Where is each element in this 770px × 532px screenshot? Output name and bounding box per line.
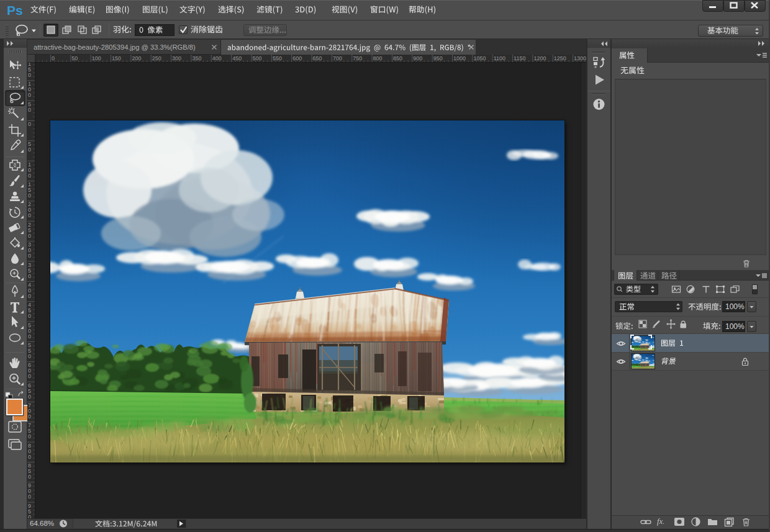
svg-text:1200: 1200	[533, 55, 546, 61]
svg-text:0: 0	[28, 313, 31, 319]
svg-text:350: 350	[192, 55, 201, 61]
svg-text:0: 0	[28, 333, 31, 340]
svg-text:0: 0	[28, 433, 31, 440]
svg-text:200: 200	[132, 55, 141, 61]
svg-text:0: 0	[28, 353, 31, 359]
svg-text:0: 0	[28, 192, 31, 199]
svg-text:500: 500	[253, 55, 262, 61]
svg-text:0: 0	[28, 273, 31, 279]
svg-text:0: 0	[28, 494, 31, 500]
svg-text:0: 0	[28, 293, 31, 299]
svg-text:1300: 1300	[574, 55, 586, 61]
svg-text:0: 0	[28, 107, 31, 113]
svg-text:650: 650	[313, 55, 322, 61]
svg-text:50: 50	[71, 55, 78, 61]
svg-text:0: 0	[28, 253, 31, 259]
svg-text:300: 300	[172, 55, 181, 61]
svg-text:550: 550	[273, 55, 282, 61]
svg-text:150: 150	[112, 55, 121, 61]
svg-text:0: 0	[28, 92, 31, 98]
svg-text:1050: 1050	[473, 55, 486, 61]
svg-text:0: 0	[28, 474, 31, 480]
svg-text:250: 250	[152, 55, 161, 61]
svg-text:0: 0	[28, 212, 31, 219]
svg-text:750: 750	[353, 55, 362, 61]
svg-text:0: 0	[28, 173, 31, 179]
svg-text:700: 700	[333, 55, 342, 61]
svg-text:850: 850	[393, 55, 402, 61]
svg-text:100: 100	[92, 55, 101, 61]
svg-text:0: 0	[28, 373, 31, 379]
svg-text:0: 0	[52, 55, 55, 61]
svg-text:800: 800	[373, 55, 383, 61]
svg-text:900: 900	[413, 55, 422, 61]
svg-text:0: 0	[28, 72, 31, 78]
svg-text:0: 0	[28, 413, 31, 420]
svg-text:600: 600	[292, 55, 302, 61]
svg-text:450: 450	[232, 55, 242, 61]
svg-text:400: 400	[212, 55, 222, 61]
svg-text:1000: 1000	[453, 55, 466, 61]
svg-text:0: 0	[28, 121, 31, 127]
svg-text:0: 0	[28, 147, 31, 153]
svg-text:1250: 1250	[554, 55, 566, 61]
svg-text:950: 950	[433, 55, 443, 61]
svg-text:0: 0	[28, 454, 31, 460]
svg-text:1100: 1100	[494, 55, 505, 61]
svg-text:0: 0	[28, 233, 31, 239]
svg-text:0: 0	[28, 394, 31, 400]
svg-text:1150: 1150	[514, 55, 525, 61]
